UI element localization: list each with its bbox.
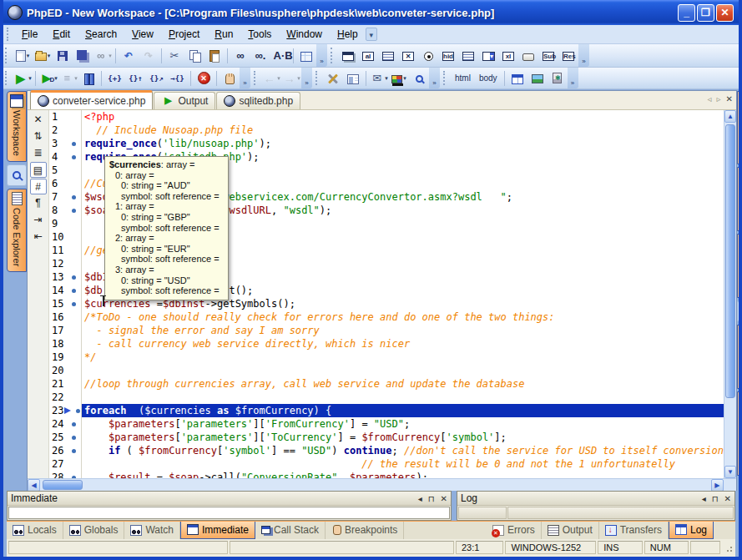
line-number[interactable]: 26 — [49, 444, 69, 457]
insert-html-tag-button[interactable]: html — [451, 69, 475, 88]
toolbar-overflow-button[interactable]: » — [429, 68, 440, 88]
line-number[interactable]: 13 — [49, 270, 69, 284]
save-all-button[interactable] — [73, 47, 93, 65]
breakpoint-gutter[interactable] — [69, 391, 81, 404]
horizontal-scroll-thumb[interactable] — [43, 480, 83, 490]
line-number[interactable]: 1 — [49, 110, 69, 124]
step-into-button[interactable]: {+} — [104, 69, 125, 88]
immediate-prev-button[interactable]: ◂ — [418, 494, 422, 503]
bottom-tab-breakpoints[interactable]: Breakpoints — [326, 522, 404, 539]
title-bar[interactable]: PhpED - New Workspace - [C:\Program File… — [3, 0, 739, 25]
minimize-button[interactable]: _ — [678, 4, 695, 22]
toolbar-overflow-button[interactable]: » — [316, 44, 327, 67]
line-number[interactable]: 28 — [49, 471, 69, 478]
code-editor[interactable]: ✕⇅≣▤#¶⇥⇤ 1<?php2 // Include Nusoap.php f… — [28, 110, 736, 478]
tab-scroll-left-button[interactable]: ◃ — [707, 94, 711, 103]
breakpoint-gutter[interactable] — [69, 190, 81, 204]
navigate-forward-button[interactable]: →▾ — [281, 69, 301, 88]
insert-textfield-button[interactable]: xI — [498, 47, 518, 65]
menu-item-tools[interactable]: Tools — [240, 26, 279, 43]
breakpoint-gutter[interactable] — [69, 257, 81, 270]
code-line[interactable]: 28 $result = $soap->call("ConversionRate… — [49, 471, 724, 478]
breakpoint-gutter[interactable] — [69, 337, 81, 351]
help-button[interactable]: ? — [737, 300, 742, 322]
code-line[interactable]: 22 — [49, 391, 724, 404]
line-number[interactable]: 25 — [49, 431, 69, 444]
breakpoint-gutter[interactable] — [69, 404, 81, 417]
menu-overflow-button[interactable]: ▾ — [366, 28, 377, 41]
new-file-button[interactable]: ▾ — [13, 47, 33, 65]
line-number[interactable]: 16 — [49, 310, 69, 324]
breakpoint-gutter[interactable] — [69, 297, 81, 310]
line-number[interactable]: 14 — [49, 284, 69, 297]
code-line[interactable]: 27 // the result will be 0 and not the 1… — [49, 457, 724, 471]
breakpoint-gutter[interactable] — [69, 244, 81, 257]
breakpoint-gutter[interactable] — [69, 124, 81, 137]
immediate-close-button[interactable]: ✕ — [441, 494, 447, 503]
tab-scroll-right-button[interactable]: ▹ — [716, 94, 720, 103]
code-line[interactable]: 2 // Include Nusoap.php file — [49, 124, 724, 137]
code-line[interactable]: 20 — [49, 364, 724, 377]
line-number[interactable]: 15 — [49, 297, 69, 310]
code-line[interactable]: 16/*ToDo - one should really check for e… — [49, 310, 724, 324]
menu-item-help[interactable]: Help — [330, 26, 366, 43]
paste-button[interactable] — [204, 47, 225, 65]
search-documents-button[interactable] — [7, 164, 27, 186]
breakpoint-gutter[interactable] — [69, 284, 81, 297]
line-number[interactable]: 9 — [49, 217, 69, 230]
code-line[interactable]: 26 if ( $fromCurrency['symbol'] == "USD"… — [49, 444, 724, 457]
menu-item-run[interactable]: Run — [207, 26, 240, 43]
run-button[interactable]: ▶▾ — [13, 69, 33, 88]
find-in-files-button[interactable]: ∞▾ — [93, 47, 113, 65]
open-file-button[interactable]: ▾ — [33, 47, 53, 65]
toolbar-overflow-button[interactable]: » — [578, 44, 589, 67]
insert-combo-button[interactable] — [478, 47, 498, 65]
step-out-button[interactable]: {}↗ — [146, 69, 167, 88]
bottom-tab-globals[interactable]: Globals — [63, 522, 125, 539]
insert-form-button[interactable] — [338, 47, 358, 65]
insert-table-button[interactable] — [507, 69, 527, 88]
vertical-scrollbar[interactable]: ▲ ▼ — [724, 110, 736, 478]
pause-button[interactable] — [78, 69, 98, 88]
code-line[interactable]: 3require_once('lib/nusoap.php'); — [49, 137, 724, 150]
bottom-tab-output[interactable]: Output — [542, 522, 599, 539]
run-in-debugger-button[interactable]: ▶▾ — [38, 69, 58, 88]
insert-button-button[interactable] — [518, 47, 538, 65]
insert-radio-button[interactable] — [418, 47, 438, 65]
code-line[interactable]: 23foreach ($currencies as $fromCurrency)… — [49, 404, 724, 417]
breakpoint-gutter[interactable] — [69, 324, 81, 337]
line-number[interactable]: 27 — [49, 457, 69, 471]
sync-view-button[interactable] — [409, 69, 429, 88]
code-line[interactable]: 17 - signal the error and say I am sorry — [49, 324, 724, 337]
menu-item-window[interactable]: Window — [279, 26, 330, 43]
line-number[interactable]: 20 — [49, 364, 69, 377]
breakpoint-gutter[interactable] — [69, 444, 81, 457]
sidebar-tab-terminals[interactable]: Terminals — [737, 325, 742, 389]
line-number[interactable]: 19 — [49, 351, 69, 364]
editor-tab-conveter-service-php[interactable]: conveter-service.php — [30, 90, 153, 109]
menu-item-edit[interactable]: Edit — [45, 26, 78, 43]
toolbar-overflow-button[interactable]: » — [240, 68, 250, 88]
breakpoint-gutter[interactable] — [69, 417, 81, 431]
code-line[interactable]: 19*/ — [49, 351, 724, 364]
log-close-button[interactable]: ✕ — [724, 494, 731, 503]
cut-button[interactable]: ✂ — [164, 47, 184, 65]
bottom-tab-transfers[interactable]: Transfers — [599, 522, 669, 539]
insert-label-button[interactable]: aI — [358, 47, 378, 65]
breakpoint-gutter[interactable] — [69, 431, 81, 444]
menu-item-file[interactable]: File — [14, 26, 45, 43]
breakpoint-gutter[interactable] — [69, 377, 81, 391]
breakpoint-gutter[interactable] — [69, 110, 81, 124]
show-paragraphs-button[interactable]: ¶ — [30, 195, 47, 211]
immediate-pin-button[interactable]: ⊓ — [428, 494, 435, 503]
replace-button[interactable]: A·B — [270, 47, 290, 65]
breakpoint-gutter[interactable] — [69, 310, 81, 324]
log-prev-button[interactable]: ◂ — [702, 494, 706, 503]
line-number[interactable]: 18 — [49, 337, 69, 351]
line-number[interactable]: 3 — [49, 137, 69, 150]
navigate-back-button[interactable]: ←▾ — [261, 69, 281, 88]
insert-listbox-button[interactable] — [378, 47, 398, 65]
code-line[interactable]: 1<?php — [49, 110, 724, 124]
redo-button[interactable]: ↷ — [139, 47, 159, 65]
line-numbers-button[interactable]: # — [30, 179, 47, 194]
